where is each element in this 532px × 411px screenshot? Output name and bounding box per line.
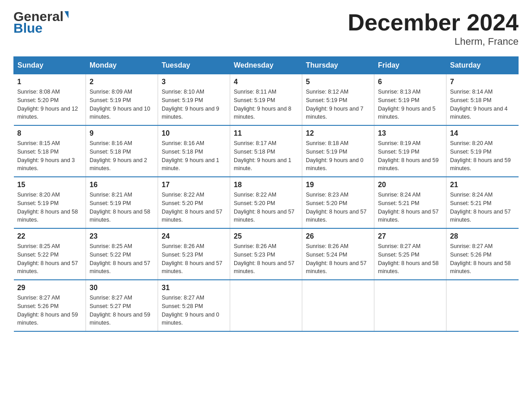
day-info: Sunrise: 8:25 AMSunset: 5:22 PMDaylight:… [90,242,154,276]
day-number: 11 [234,129,298,137]
day-info: Sunrise: 8:08 AMSunset: 5:20 PMDaylight:… [17,88,82,121]
day-number: 21 [450,181,515,189]
calendar-cell: 11 Sunrise: 8:17 AMSunset: 5:18 PMDaylig… [230,125,302,177]
day-number: 18 [234,181,298,189]
page-header: General Blue December 2024 Lherm, France [13,9,519,47]
day-info: Sunrise: 8:19 AMSunset: 5:19 PMDaylight:… [378,139,442,173]
column-header-thursday: Thursday [302,57,374,74]
calendar-cell [374,280,446,331]
column-header-monday: Monday [86,57,158,74]
day-number: 26 [306,232,370,240]
calendar-cell: 16 Sunrise: 8:21 AMSunset: 5:19 PMDaylig… [86,177,158,228]
calendar-cell: 25 Sunrise: 8:26 AMSunset: 5:23 PMDaylig… [230,228,302,280]
calendar-cell: 3 Sunrise: 8:10 AMSunset: 5:19 PMDayligh… [158,74,230,126]
calendar-cell: 24 Sunrise: 8:26 AMSunset: 5:23 PMDaylig… [158,228,230,280]
logo: General Blue [13,9,69,36]
day-info: Sunrise: 8:22 AMSunset: 5:20 PMDaylight:… [162,191,226,224]
day-info: Sunrise: 8:24 AMSunset: 5:21 PMDaylight:… [450,191,515,224]
day-number: 25 [234,232,298,240]
day-info: Sunrise: 8:20 AMSunset: 5:19 PMDaylight:… [450,139,515,173]
day-info: Sunrise: 8:23 AMSunset: 5:20 PMDaylight:… [306,191,370,224]
day-info: Sunrise: 8:10 AMSunset: 5:19 PMDaylight:… [162,88,226,121]
day-number: 10 [162,129,226,137]
day-number: 23 [90,232,154,240]
day-number: 29 [17,284,82,292]
column-header-sunday: Sunday [14,57,86,74]
day-number: 27 [378,232,442,240]
day-info: Sunrise: 8:27 AMSunset: 5:28 PMDaylight:… [162,294,226,327]
day-info: Sunrise: 8:14 AMSunset: 5:18 PMDaylight:… [450,88,515,121]
calendar-cell: 4 Sunrise: 8:11 AMSunset: 5:19 PMDayligh… [230,74,302,126]
calendar-cell: 6 Sunrise: 8:13 AMSunset: 5:19 PMDayligh… [374,74,446,126]
day-info: Sunrise: 8:26 AMSunset: 5:23 PMDaylight:… [234,242,298,276]
day-number: 20 [378,181,442,189]
calendar-cell: 1 Sunrise: 8:08 AMSunset: 5:20 PMDayligh… [14,74,86,126]
day-info: Sunrise: 8:20 AMSunset: 5:19 PMDaylight:… [17,191,82,224]
calendar-cell: 14 Sunrise: 8:20 AMSunset: 5:19 PMDaylig… [446,125,519,177]
day-number: 2 [90,78,154,86]
calendar-cell: 7 Sunrise: 8:14 AMSunset: 5:18 PMDayligh… [446,74,519,126]
calendar-cell: 10 Sunrise: 8:16 AMSunset: 5:18 PMDaylig… [158,125,230,177]
day-info: Sunrise: 8:26 AMSunset: 5:24 PMDaylight:… [306,242,370,276]
day-number: 12 [306,129,370,137]
column-header-friday: Friday [374,57,446,74]
day-info: Sunrise: 8:27 AMSunset: 5:26 PMDaylight:… [450,242,515,276]
day-info: Sunrise: 8:11 AMSunset: 5:19 PMDaylight:… [234,88,298,121]
calendar-week-row: 15 Sunrise: 8:20 AMSunset: 5:19 PMDaylig… [14,177,519,228]
day-info: Sunrise: 8:24 AMSunset: 5:21 PMDaylight:… [378,191,442,224]
calendar-cell [446,280,519,331]
day-number: 9 [90,129,154,137]
calendar-cell: 31 Sunrise: 8:27 AMSunset: 5:28 PMDaylig… [158,280,230,331]
day-number: 19 [306,181,370,189]
day-info: Sunrise: 8:18 AMSunset: 5:19 PMDaylight:… [306,139,370,173]
day-info: Sunrise: 8:27 AMSunset: 5:25 PMDaylight:… [378,242,442,276]
day-info: Sunrise: 8:16 AMSunset: 5:18 PMDaylight:… [90,139,154,173]
day-info: Sunrise: 8:16 AMSunset: 5:18 PMDaylight:… [162,139,226,173]
location: Lherm, France [348,36,519,47]
day-info: Sunrise: 8:09 AMSunset: 5:19 PMDaylight:… [90,88,154,121]
calendar-week-row: 8 Sunrise: 8:15 AMSunset: 5:18 PMDayligh… [14,125,519,177]
day-number: 3 [162,78,226,86]
month-title: December 2024 [348,9,519,36]
day-number: 22 [17,232,82,240]
calendar-cell: 5 Sunrise: 8:12 AMSunset: 5:19 PMDayligh… [302,74,374,126]
day-number: 30 [90,284,154,292]
day-number: 28 [450,232,515,240]
calendar-cell: 30 Sunrise: 8:27 AMSunset: 5:27 PMDaylig… [86,280,158,331]
column-header-tuesday: Tuesday [158,57,230,74]
day-number: 1 [17,78,82,86]
day-info: Sunrise: 8:12 AMSunset: 5:19 PMDaylight:… [306,88,370,121]
calendar-cell: 13 Sunrise: 8:19 AMSunset: 5:19 PMDaylig… [374,125,446,177]
day-number: 16 [90,181,154,189]
day-number: 8 [17,129,82,137]
calendar-cell: 27 Sunrise: 8:27 AMSunset: 5:25 PMDaylig… [374,228,446,280]
day-info: Sunrise: 8:15 AMSunset: 5:18 PMDaylight:… [17,139,82,173]
column-header-saturday: Saturday [446,57,519,74]
day-info: Sunrise: 8:13 AMSunset: 5:19 PMDaylight:… [378,88,442,121]
day-info: Sunrise: 8:27 AMSunset: 5:26 PMDaylight:… [17,294,82,327]
calendar-cell: 17 Sunrise: 8:22 AMSunset: 5:20 PMDaylig… [158,177,230,228]
day-number: 31 [162,284,226,292]
calendar-cell [302,280,374,331]
calendar-cell: 22 Sunrise: 8:25 AMSunset: 5:22 PMDaylig… [14,228,86,280]
calendar-cell: 23 Sunrise: 8:25 AMSunset: 5:22 PMDaylig… [86,228,158,280]
calendar-cell: 9 Sunrise: 8:16 AMSunset: 5:18 PMDayligh… [86,125,158,177]
day-number: 17 [162,181,226,189]
calendar-cell: 12 Sunrise: 8:18 AMSunset: 5:19 PMDaylig… [302,125,374,177]
calendar-cell: 19 Sunrise: 8:23 AMSunset: 5:20 PMDaylig… [302,177,374,228]
calendar-cell: 29 Sunrise: 8:27 AMSunset: 5:26 PMDaylig… [14,280,86,331]
day-info: Sunrise: 8:21 AMSunset: 5:19 PMDaylight:… [90,191,154,224]
day-number: 6 [378,78,442,86]
day-number: 24 [162,232,226,240]
calendar-cell [230,280,302,331]
calendar-table: SundayMondayTuesdayWednesdayThursdayFrid… [13,56,519,332]
day-number: 7 [450,78,515,86]
day-info: Sunrise: 8:27 AMSunset: 5:27 PMDaylight:… [90,294,154,327]
calendar-week-row: 1 Sunrise: 8:08 AMSunset: 5:20 PMDayligh… [14,74,519,126]
day-number: 13 [378,129,442,137]
calendar-cell: 26 Sunrise: 8:26 AMSunset: 5:24 PMDaylig… [302,228,374,280]
day-number: 4 [234,78,298,86]
day-info: Sunrise: 8:17 AMSunset: 5:18 PMDaylight:… [234,139,298,173]
calendar-cell: 8 Sunrise: 8:15 AMSunset: 5:18 PMDayligh… [14,125,86,177]
day-number: 5 [306,78,370,86]
